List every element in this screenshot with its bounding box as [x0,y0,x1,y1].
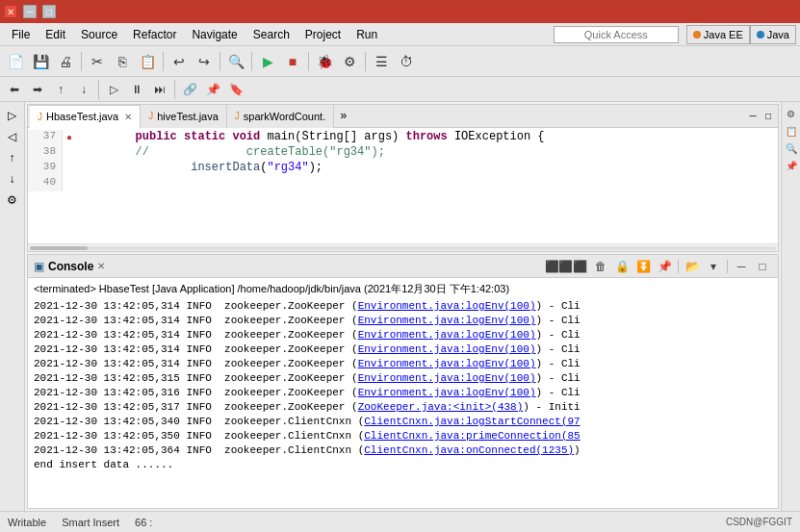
tb2-btn-5[interactable]: ▷ [103,80,124,99]
menu-refactor[interactable]: Refactor [125,26,184,43]
tb2-btn-2[interactable]: ➡ [27,80,48,99]
profile-button[interactable]: ⚙ [338,50,361,73]
console-scroll-lock-btn[interactable]: 🔒 [612,258,632,275]
tab-more-button[interactable]: » [334,108,352,125]
paste-button[interactable]: 📋 [136,50,159,73]
tb2-btn-3[interactable]: ↑ [50,80,71,99]
status-position: 66 : [135,517,152,528]
console-log-9: 2021-12-30 13:42:05,350 INFO zookeeper.C… [34,429,772,443]
log-link-5[interactable]: Environment.java:logEnv(100) [358,371,536,386]
tb2-btn-7[interactable]: ⏭ [149,80,170,99]
console-icon: ▣ [34,260,44,273]
tab-hivetest[interactable]: J hiveTest.java [141,105,227,128]
search-button[interactable]: 🔍 [224,50,247,73]
maximize-button[interactable]: □ [42,5,56,18]
redo-button[interactable]: ↪ [193,50,216,73]
close-button[interactable]: ✕ [4,5,17,18]
open-task-button[interactable]: ☰ [370,50,393,73]
console-content[interactable]: <terminated> HbaseTest [Java Application… [28,278,778,508]
copy-button[interactable]: ⎘ [111,50,134,73]
console-log-0: 2021-12-30 13:42:05,314 INFO zookeeper.Z… [34,299,772,314]
log-link-8[interactable]: ClientCnxn.java:logStartConnect(97 [364,415,580,429]
log-link-3[interactable]: Environment.java:logEnv(100) [358,342,536,357]
left-gutter-btn-3[interactable]: ↑ [3,148,22,167]
menu-search[interactable]: Search [245,26,297,43]
new-button[interactable]: 📄 [4,50,27,73]
tb2-btn-8[interactable]: 🔗 [179,80,200,99]
log-link-7[interactable]: ZooKeeper.java:<init>(438) [358,400,524,415]
right-gutter-btn-4[interactable]: 📌 [784,158,799,173]
log-link-0[interactable]: Environment.java:logEnv(100) [358,299,536,314]
left-gutter-btn-4[interactable]: ↓ [3,169,22,189]
tb2-btn-4[interactable]: ↓ [73,80,94,99]
right-gutter: ⚙ 📋 🔍 📌 [781,102,800,511]
tab-java-icon-3: J [235,111,240,121]
menu-source[interactable]: Source [73,26,125,43]
console-minimize-btn[interactable]: ─ [732,258,751,275]
console-terminated-line: <terminated> HbaseTest [Java Application… [34,282,772,296]
log-link-6[interactable]: Environment.java:logEnv(100) [358,386,536,400]
menu-file[interactable]: File [4,26,38,43]
tab-label-sparkwordcount: sparkWordCount. [244,111,325,122]
left-gutter-btn-5[interactable]: ⚙ [3,190,22,210]
code-area[interactable]: 37 ● public static void main(String[] ar… [28,128,778,243]
left-gutter-btn-2[interactable]: ◁ [3,127,22,146]
tb2-btn-10[interactable]: 🔖 [225,80,246,99]
console-maximize-btn[interactable]: □ [753,258,772,275]
cut-button[interactable]: ✂ [86,50,109,73]
editor-hscrollbar[interactable] [28,243,778,251]
tab-close-hbasetest[interactable]: ✕ [124,112,132,122]
java-ee-button[interactable]: Java EE [686,25,750,44]
tab-hbasetest[interactable]: J HbaseTest.java ✕ [30,105,141,128]
tab-sparkwordcount[interactable]: J sparkWordCount. [227,105,334,128]
menu-project[interactable]: Project [297,26,348,43]
console-log-1: 2021-12-30 13:42:05,314 INFO zookeeper.Z… [34,314,772,328]
editor-hscrollbar-track [30,246,776,250]
save-button[interactable]: 💾 [29,50,52,73]
console-sep-2 [678,260,679,273]
console-clear-btn[interactable]: 🗑 [591,258,610,275]
right-gutter-btn-2[interactable]: 📋 [784,123,799,139]
log-link-9[interactable]: ClientCnxn.java:primeConnection(85 [364,429,580,443]
toolbar2-sep-1 [98,80,99,99]
console-log-8: 2021-12-30 13:42:05,340 INFO zookeeper.C… [34,415,772,429]
tb2-btn-9[interactable]: 📌 [202,80,223,99]
toolbar-sep-1 [81,52,82,71]
log-link-1[interactable]: Environment.java:logEnv(100) [358,314,536,328]
console-scroll-end-btn[interactable]: ⏬ [633,258,653,275]
stop-button[interactable]: ■ [281,50,304,73]
code-line-38: 38 // createTable("rg34"); [28,145,778,161]
tb2-btn-1[interactable]: ⬅ [4,80,25,99]
java-button[interactable]: Java [750,25,796,44]
menu-run[interactable]: Run [348,26,385,43]
console-open-file-btn[interactable]: 📂 [683,258,702,275]
right-gutter-btn-1[interactable]: ⚙ [784,106,799,121]
minimize-button[interactable]: ─ [23,5,37,18]
line-dot-37: ● [63,130,76,145]
log-link-10[interactable]: ClientCnxn.java:onConnected(1235) [364,443,574,458]
undo-button[interactable]: ↩ [168,50,191,73]
menu-navigate[interactable]: Navigate [184,26,245,43]
right-gutter-btn-3[interactable]: 🔍 [784,140,799,156]
quick-access-input[interactable] [554,26,679,43]
run-button[interactable]: ▶ [256,50,279,73]
tab-label-hivetest: hiveTest.java [157,111,219,122]
console-pin-btn[interactable]: 📌 [655,258,674,275]
toolbar2-sep-2 [174,80,175,99]
print-button[interactable]: 🖨 [54,50,77,73]
log-link-4[interactable]: Environment.java:logEnv(100) [358,357,536,371]
history-button[interactable]: ⏱ [395,50,418,73]
editor-minimize-button[interactable]: ─ [745,109,761,124]
status-writable: Writable [8,517,46,528]
left-gutter-btn-1[interactable]: ▷ [3,106,22,125]
console-dropdown-btn[interactable]: ▾ [704,258,723,275]
menu-edit[interactable]: Edit [38,26,73,43]
log-link-2[interactable]: Environment.java:logEnv(100) [358,328,536,342]
console-terminate-all-btn[interactable]: ⬛⬛ [563,258,582,275]
tb2-btn-6[interactable]: ⏸ [126,80,147,99]
editor-maximize-button[interactable]: □ [761,109,776,124]
toolbar-sep-4 [251,52,252,71]
debug-button[interactable]: 🐞 [313,50,336,73]
left-gutter: ▷ ◁ ↑ ↓ ⚙ [0,102,25,511]
title-bar-controls: ✕ ─ □ [4,5,56,18]
